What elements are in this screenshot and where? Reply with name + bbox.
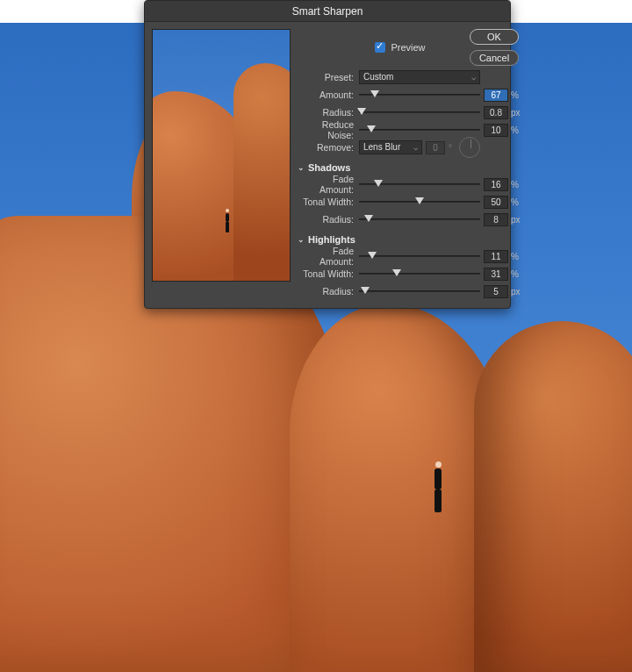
remove-label: Remove: bbox=[298, 142, 359, 153]
preview-label: Preview bbox=[391, 42, 425, 53]
shadows-tonal-value[interactable]: 50 bbox=[484, 196, 508, 209]
amount-label: Amount: bbox=[298, 89, 359, 100]
smart-sharpen-dialog: Smart Sharpen Preview OK Cancel Preset: … bbox=[144, 0, 511, 309]
person-figure bbox=[430, 461, 446, 514]
noise-label: Reduce Noise: bbox=[298, 119, 359, 140]
highlights-fade-slider[interactable] bbox=[359, 255, 480, 257]
chevron-down-icon: ⌄ bbox=[298, 163, 305, 172]
noise-slider[interactable] bbox=[359, 129, 480, 131]
shadows-radius-slider[interactable] bbox=[359, 218, 480, 220]
preview-pane[interactable] bbox=[152, 29, 291, 282]
angle-value: 0 bbox=[426, 141, 445, 154]
highlights-radius-value[interactable]: 5 bbox=[484, 285, 508, 298]
radius-value[interactable]: 0.8 bbox=[484, 106, 508, 119]
shadows-fade-slider[interactable] bbox=[359, 183, 480, 185]
radius-slider[interactable] bbox=[359, 111, 480, 113]
cancel-button[interactable]: Cancel bbox=[470, 50, 519, 66]
shadows-tonal-label: Tonal Width: bbox=[298, 197, 359, 207]
shadows-radius-label: Radius: bbox=[298, 214, 359, 225]
dialog-title[interactable]: Smart Sharpen bbox=[145, 1, 510, 22]
amount-slider[interactable] bbox=[359, 94, 480, 96]
highlights-radius-slider[interactable] bbox=[359, 290, 480, 292]
preset-select[interactable]: Custom bbox=[359, 70, 480, 84]
amount-unit: % bbox=[508, 90, 521, 100]
highlights-radius-label: Radius: bbox=[298, 286, 359, 297]
highlights-tonal-value[interactable]: 31 bbox=[484, 268, 508, 281]
noise-value[interactable]: 10 bbox=[484, 124, 508, 137]
highlights-fade-value[interactable]: 11 bbox=[484, 250, 508, 263]
controls-panel: Preview OK Cancel Preset: Custom Amount:… bbox=[298, 29, 521, 301]
shadows-section-header[interactable]: ⌄ Shadows bbox=[298, 162, 521, 173]
highlights-fade-label: Fade Amount: bbox=[298, 246, 359, 267]
shadows-radius-value[interactable]: 8 bbox=[484, 213, 508, 226]
degree-icon: ° bbox=[449, 143, 452, 153]
noise-unit: % bbox=[508, 125, 521, 135]
angle-dial bbox=[459, 137, 480, 158]
highlights-tonal-label: Tonal Width: bbox=[298, 268, 359, 279]
radius-label: Radius: bbox=[298, 107, 359, 118]
shadows-fade-value[interactable]: 16 bbox=[484, 178, 508, 191]
chevron-down-icon: ⌄ bbox=[298, 235, 305, 244]
shadows-tonal-slider[interactable] bbox=[359, 201, 480, 203]
highlights-section-header[interactable]: ⌄ Highlights bbox=[298, 234, 521, 245]
radius-unit: px bbox=[508, 108, 521, 118]
preview-checkbox[interactable] bbox=[375, 42, 385, 53]
highlights-tonal-slider[interactable] bbox=[359, 273, 480, 275]
ok-button[interactable]: OK bbox=[470, 29, 519, 45]
shadows-fade-label: Fade Amount: bbox=[298, 174, 359, 195]
amount-value[interactable]: 67 bbox=[484, 89, 508, 102]
preset-label: Preset: bbox=[298, 72, 359, 82]
remove-select[interactable]: Lens Blur bbox=[359, 140, 422, 154]
